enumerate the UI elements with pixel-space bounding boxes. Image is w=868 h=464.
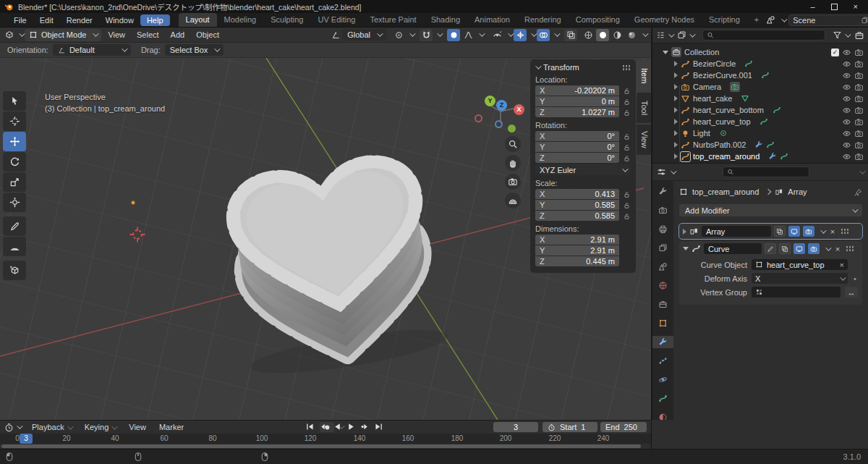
- workspace-tab-modeling[interactable]: Modeling: [217, 13, 264, 27]
- outliner-editor-chevron-icon[interactable]: [668, 31, 674, 37]
- add-modifier-dropdown[interactable]: Add Modifier: [679, 204, 862, 216]
- disable-render-camera-icon[interactable]: [854, 152, 864, 161]
- expand-icon[interactable]: [674, 142, 678, 148]
- deform-axis-dropdown[interactable]: X: [752, 273, 848, 284]
- tab-particle-properties[interactable]: [652, 355, 673, 367]
- zoom-view-button[interactable]: [505, 136, 521, 152]
- array-delete-button[interactable]: ×: [827, 227, 838, 236]
- expand-icon[interactable]: [674, 130, 678, 136]
- outliner-row[interactable]: NurbsPath.002: [652, 139, 868, 151]
- add-workspace-button[interactable]: +: [747, 13, 766, 27]
- invert-vertex-group-button[interactable]: ↔: [845, 287, 858, 298]
- transform-panel-title[interactable]: Transform: [543, 63, 618, 72]
- transform-panel-chevron-icon[interactable]: [535, 63, 541, 69]
- tab-world-properties[interactable]: [652, 279, 673, 292]
- curve-object-field[interactable]: heart_curve_top ×: [752, 259, 848, 270]
- shading-wireframe-button[interactable]: [582, 29, 595, 41]
- tab-object-properties[interactable]: [652, 317, 673, 329]
- drag-dropdown[interactable]: Select Box: [165, 44, 224, 56]
- overlays-chevron-icon[interactable]: [554, 30, 560, 36]
- dimensions-z-field[interactable]: Z0.445 m: [535, 256, 619, 266]
- tab-collection-properties[interactable]: [652, 298, 673, 311]
- properties-editor-chevron-icon[interactable]: [671, 168, 676, 174]
- outliner-row-collection[interactable]: Collection ✓: [652, 46, 868, 58]
- disable-render-camera-icon[interactable]: [854, 83, 864, 92]
- editor-type-icon[interactable]: [4, 30, 14, 40]
- proportional-falloff-button[interactable]: [461, 29, 475, 41]
- tab-scene-properties[interactable]: [652, 261, 673, 273]
- proportional-editing-button[interactable]: [447, 29, 460, 41]
- filter-icon[interactable]: [833, 30, 842, 40]
- animate-decorator[interactable]: •: [852, 274, 858, 283]
- menu-timeline-view[interactable]: View: [124, 422, 151, 432]
- hide-viewport-eye-icon[interactable]: [842, 117, 851, 127]
- menu-viewport-add[interactable]: Add: [166, 29, 190, 41]
- properties-search-input[interactable]: [736, 168, 804, 177]
- timeline-editor-icon[interactable]: [4, 423, 14, 432]
- workspace-tab-texture-paint[interactable]: Texture Paint: [362, 13, 423, 27]
- workspace-tab-uv-editing[interactable]: UV Editing: [310, 13, 362, 27]
- lock-location-z-icon[interactable]: [622, 108, 631, 117]
- tab-tool[interactable]: Tool: [637, 93, 651, 123]
- lock-rotation-z-icon[interactable]: [622, 153, 631, 163]
- playhead[interactable]: 3: [20, 434, 33, 444]
- shading-rendered-button[interactable]: [625, 29, 638, 41]
- curve-extras-chevron-icon[interactable]: [825, 245, 831, 250]
- display-mode-chevron-icon[interactable]: [689, 31, 695, 37]
- disable-render-camera-icon[interactable]: [854, 71, 864, 80]
- rotation-mode-dropdown[interactable]: XYZ Euler: [535, 164, 631, 175]
- disable-render-camera-icon[interactable]: [854, 117, 864, 127]
- scene-browse-chevron-icon[interactable]: [781, 16, 787, 22]
- hide-viewport-eye-icon[interactable]: [842, 59, 851, 69]
- outliner-editor-icon[interactable]: [656, 30, 665, 40]
- dimensions-x-field[interactable]: X2.91 m: [535, 235, 619, 245]
- curve-apply-spline-toggle[interactable]: [765, 243, 776, 254]
- gizmo-axis-x-neg[interactable]: [475, 114, 482, 122]
- breadcrumb-modifier[interactable]: Array: [788, 187, 807, 196]
- gizmo-axis-y-neg[interactable]: [508, 125, 516, 132]
- frame-end-field[interactable]: End 250: [600, 422, 647, 432]
- gizmo-axis-z[interactable]: Z: [496, 100, 507, 111]
- disable-render-camera-icon[interactable]: [854, 59, 864, 69]
- curve-edit-mode-toggle[interactable]: [779, 243, 791, 254]
- workspace-tab-compositing[interactable]: Compositing: [569, 13, 627, 27]
- outliner-row[interactable]: heart_curve_top: [652, 116, 868, 127]
- gizmo-axis-x[interactable]: X: [514, 104, 524, 115]
- curve-drag-handle[interactable]: [846, 245, 854, 252]
- mode-selector[interactable]: Object Mode: [25, 29, 101, 41]
- outliner-row[interactable]: heart_curve_bottom: [652, 104, 868, 116]
- workspace-tab-rendering[interactable]: Rendering: [517, 13, 569, 27]
- location-x-field[interactable]: X-0.20202 m: [535, 85, 619, 96]
- perspective-toggle-button[interactable]: [505, 193, 521, 208]
- maximize-button[interactable]: [831, 4, 838, 10]
- collection-checkbox[interactable]: ✓: [831, 48, 839, 56]
- array-edit-mode-toggle[interactable]: [774, 226, 786, 237]
- location-z-field[interactable]: Z1.0227 m: [535, 107, 619, 117]
- workspace-tab-geometry-nodes[interactable]: Geometry Nodes: [627, 13, 702, 27]
- outliner-search[interactable]: [702, 30, 825, 41]
- disable-render-camera-icon[interactable]: [854, 94, 864, 104]
- gizmo-axis-z-neg[interactable]: [495, 120, 503, 128]
- shading-material-button[interactable]: [610, 29, 624, 41]
- outliner-row[interactable]: heart_cake: [652, 93, 868, 104]
- snap-chevron-icon[interactable]: [437, 30, 443, 36]
- close-button[interactable]: ×: [854, 2, 858, 11]
- disable-render-camera-icon[interactable]: [854, 48, 864, 57]
- cake-3d-model[interactable]: [217, 145, 456, 376]
- tool-annotate[interactable]: [3, 216, 26, 236]
- lock-scale-y-icon[interactable]: [622, 201, 631, 210]
- play-reverse-button[interactable]: [333, 422, 342, 431]
- tab-render-properties[interactable]: [652, 204, 673, 216]
- properties-options-chevron-icon[interactable]: [859, 168, 865, 174]
- display-mode-icon[interactable]: [677, 30, 686, 40]
- outliner-row-active[interactable]: top_cream_around: [652, 151, 868, 162]
- copy-scene-icon[interactable]: [861, 16, 868, 24]
- lock-location-x-icon[interactable]: [622, 86, 631, 96]
- show-overlays-button[interactable]: [537, 29, 550, 41]
- falloff-chevron-icon[interactable]: [479, 30, 485, 36]
- menu-viewport-view[interactable]: View: [103, 29, 130, 41]
- pivot-chevron-icon[interactable]: [409, 30, 415, 36]
- breadcrumb-object[interactable]: top_cream_around: [692, 187, 759, 196]
- jump-to-end-button[interactable]: [374, 422, 383, 431]
- tool-rotate[interactable]: [3, 152, 26, 172]
